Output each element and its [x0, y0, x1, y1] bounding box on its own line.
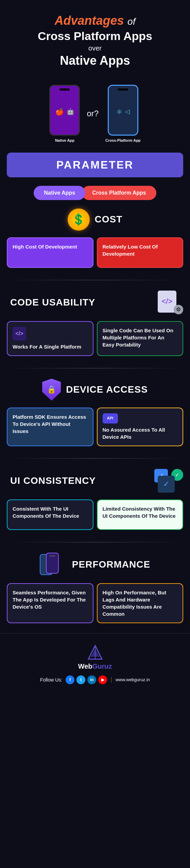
react-icon: ⚛	[116, 108, 122, 116]
logo-guruz: Guruz	[92, 663, 112, 670]
over-text: over	[10, 44, 180, 52]
device-cross-text: No Assured Access To All Device APIs	[103, 427, 165, 440]
cost-title: COST	[95, 214, 123, 225]
parameter-title: PARAMETER	[13, 159, 177, 171]
perf-comparison-row: Seamless Performance, Given The App Is D…	[7, 581, 183, 628]
device-header: 🔒 DEVICE ACCESS	[7, 374, 183, 406]
cost-native-text: High Cost Of Development	[13, 244, 77, 250]
cross-platform-apps-heading: Cross Platform Apps	[10, 29, 180, 43]
ui-header: UI CONSISTENCY ✓ ✓ ✓	[7, 464, 183, 498]
ui-cross-text: Limited Consistency With The UI Componen…	[103, 506, 176, 519]
api-text: API	[107, 416, 113, 421]
code-native-card: </> Works For A Single Platform	[7, 321, 93, 356]
cross-phone: ⚛ ◁	[108, 85, 138, 136]
code-header: CODE USABILITY </> ⚙	[7, 285, 183, 319]
native-phone-label: Native App	[55, 138, 74, 142]
performance-section: PERFORMANCE Seamless Performance, Given …	[0, 544, 190, 633]
apple-icon: 🍎	[55, 108, 64, 116]
divider-4	[7, 542, 183, 542]
phone-front	[46, 553, 59, 574]
ui-comparison-row: Consistent With The UI Components Of The…	[7, 498, 183, 535]
code-title: CODE USABILITY	[10, 297, 149, 308]
ui-native-card: Consistent With The UI Components Of The…	[7, 499, 93, 530]
tabs-section: Native Apps Cross Platform Apps	[0, 177, 190, 200]
advantages-text: Advantages	[55, 14, 124, 27]
footer-social: Follow Us: f t in ▶ | www.webguruz.in	[7, 675, 183, 684]
ui-title: UI CONSISTENCY	[10, 475, 148, 486]
cost-native-card: High Cost Of Development	[7, 237, 93, 268]
phone-notch-small	[50, 555, 55, 556]
twitter-icon[interactable]: t	[76, 675, 85, 684]
shield-icon-wrap: 🔒	[42, 379, 61, 401]
device-native-card: Platform SDK Ensures Access To Device's …	[7, 408, 93, 446]
cost-coin-icon: 💲	[68, 209, 90, 231]
cross-phone-icons: ⚛ ◁	[116, 108, 130, 116]
tab-cross[interactable]: Cross Platform Apps	[82, 186, 156, 200]
cross-phone-label: Cross-Platform App	[105, 138, 141, 142]
divider-1	[7, 280, 183, 280]
cross-phone-notch	[118, 88, 128, 91]
header-title-row1: Advantages of	[10, 14, 180, 28]
logo-web: Web	[78, 663, 92, 670]
linkedin-icon[interactable]: in	[87, 675, 96, 684]
ui-cross-card: Limited Consistency With The UI Componen…	[97, 499, 184, 530]
checkmark-icon-3: ✓	[163, 480, 169, 489]
code-cross-card: Single Code Can Be Used On Multiple Plat…	[97, 321, 184, 356]
divider-3	[7, 458, 183, 459]
perf-icon-wrap	[40, 553, 67, 576]
tab-native[interactable]: Native Apps	[34, 186, 85, 200]
ui-dark-card: ✓	[158, 476, 175, 493]
code-icon-wrap: </> ⚙	[156, 291, 183, 314]
code-usability-section: CODE USABILITY </> ⚙ </> Works For A Sin…	[0, 282, 190, 366]
code-cross-text: Single Code Can Be Used On Multiple Plat…	[103, 328, 173, 348]
cost-section: 💲 COST High Cost Of Development Relative…	[0, 200, 190, 278]
native-apps-heading: Native Apps	[10, 54, 180, 68]
website-link[interactable]: www.webguruz.in	[116, 677, 150, 682]
divider-2	[7, 368, 183, 369]
follow-us-label: Follow Us:	[40, 677, 62, 683]
device-cross-card: API No Assured Access To All Device APIs	[97, 408, 184, 446]
cost-cross-card: Relatively Low Cost Of Development	[97, 237, 184, 268]
parameter-banner: PARAMETER	[7, 153, 183, 177]
shield-icon: 🔒	[42, 379, 61, 401]
native-phone: 🍎 🤖	[49, 85, 80, 136]
facebook-icon[interactable]: f	[66, 675, 74, 684]
code-bracket-small-icon: </>	[15, 330, 23, 337]
android-icon: 🤖	[67, 108, 74, 116]
ui-consistency-section: UI CONSISTENCY ✓ ✓ ✓ Consistent With The…	[0, 460, 190, 540]
phone-notch	[59, 88, 70, 91]
or-text-label: or?	[87, 109, 99, 118]
code-bracket-icon: </>	[162, 297, 173, 306]
infographic: Advantages of Cross Platform Apps over N…	[0, 0, 190, 691]
social-icons: f t in ▶	[66, 675, 107, 684]
dollar-icon: 💲	[72, 213, 85, 226]
phones-section: 🍎 🤖 Native App or? ⚛ ◁ Cross-Platform Ap…	[0, 78, 190, 153]
native-phone-container: 🍎 🤖 Native App	[49, 85, 80, 142]
device-native-text: Platform SDK Ensures Access To Device's …	[13, 414, 86, 434]
ui-native-text: Consistent With The UI Components Of The…	[13, 506, 79, 519]
flutter-icon: ◁	[125, 108, 130, 116]
code-native-text: Works For A Single Platform	[13, 344, 81, 350]
cost-header: 💲 COST	[7, 203, 183, 236]
api-badge: API	[103, 413, 118, 423]
perf-native-text: Seamless Performance, Given The App Is D…	[13, 590, 86, 610]
device-title: DEVICE ACCESS	[66, 384, 148, 395]
footer-logo: WebGuruz	[7, 644, 183, 670]
header-section: Advantages of Cross Platform Apps over N…	[0, 0, 190, 78]
perf-title: PERFORMANCE	[72, 559, 150, 570]
of-text: of	[127, 16, 135, 27]
youtube-icon[interactable]: ▶	[98, 675, 107, 684]
cross-phone-container: ⚛ ◁ Cross-Platform App	[105, 85, 141, 142]
code-native-icon: </>	[13, 327, 26, 340]
native-phone-icons: 🍎 🤖	[55, 108, 74, 116]
perf-native-card: Seamless Performance, Given The App Is D…	[7, 583, 93, 623]
perf-cross-text: High On Performance, But Lags And Hardwa…	[103, 590, 167, 617]
footer: WebGuruz Follow Us: f t in ▶ | www.webgu…	[0, 633, 190, 691]
webguruz-logo-icon	[87, 644, 104, 661]
cost-comparison-row: High Cost Of Development Relatively Low …	[7, 236, 183, 273]
gear-circle-icon: ⚙	[174, 305, 183, 314]
cost-cross-text: Relatively Low Cost Of Development	[103, 244, 158, 257]
checkmark-icon-2: ✓	[175, 472, 179, 478]
code-comparison-row: </> Works For A Single Platform Single C…	[7, 319, 183, 361]
logo-text: WebGuruz	[78, 663, 112, 670]
